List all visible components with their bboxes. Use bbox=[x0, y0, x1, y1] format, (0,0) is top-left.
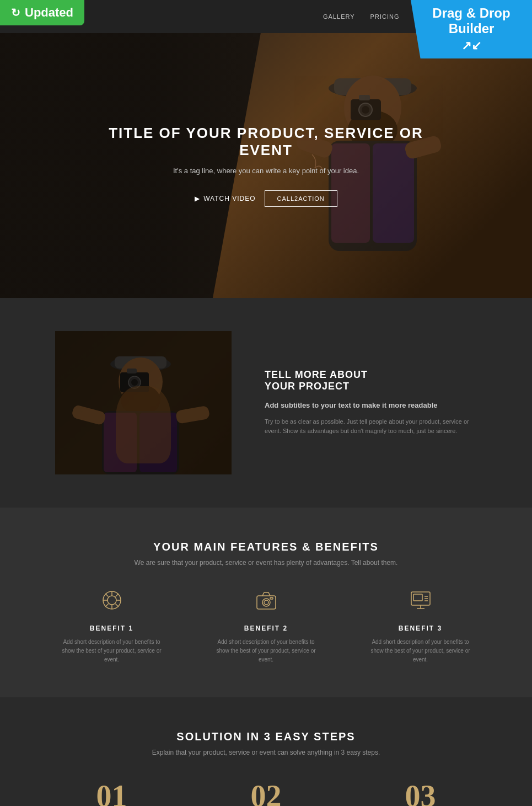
nav-pricing[interactable]: PRICING bbox=[370, 13, 400, 20]
svg-rect-13 bbox=[55, 331, 232, 474]
step-3-number: 03 bbox=[360, 778, 481, 806]
svg-point-39 bbox=[264, 600, 268, 605]
svg-point-11 bbox=[362, 106, 369, 114]
updated-badge: ↻ Updated bbox=[0, 0, 84, 25]
features-subtext: We are sure that your product, service o… bbox=[33, 559, 499, 567]
svg-line-35 bbox=[115, 594, 119, 597]
play-icon: ▶ bbox=[195, 195, 200, 202]
benefit-item-2: BENEFIT 2 Add short description of your … bbox=[211, 589, 321, 664]
about-heading: TELL MORE ABOUTYOUR PROJECT bbox=[265, 369, 477, 392]
dnd-label: Drag & DropBuilder bbox=[432, 6, 510, 36]
step-item-2: 02 STEP 2 Add short description of the S… bbox=[206, 778, 327, 806]
about-text: TELL MORE ABOUTYOUR PROJECT Add subtitle… bbox=[265, 369, 477, 436]
svg-rect-20 bbox=[139, 413, 177, 472]
benefit-2-desc: Add short description of your benefits t… bbox=[211, 638, 321, 664]
shutter-icon bbox=[57, 589, 167, 617]
step-1-number: 01 bbox=[51, 778, 173, 806]
about-section: TELL MORE ABOUTYOUR PROJECT Add subtitle… bbox=[0, 298, 532, 508]
benefit-3-desc: Add short description of your benefits t… bbox=[366, 638, 476, 664]
svg-rect-40 bbox=[270, 597, 273, 599]
svg-point-28 bbox=[108, 596, 116, 605]
step-item-3: 03 STEP 3 Add short description of the S… bbox=[360, 778, 481, 806]
nav-gallery[interactable]: GALLERY bbox=[323, 13, 355, 20]
benefit-1-title: BENEFIT 1 bbox=[57, 624, 167, 632]
hero-content: TITLE OF YOUR PRODUCT, SERVICE OR EVENT … bbox=[101, 125, 432, 207]
about-image bbox=[55, 331, 232, 474]
move-icon: ↗↙ bbox=[422, 39, 521, 53]
features-section: YOUR MAIN FEATURES & BENEFITS We are sur… bbox=[0, 508, 532, 697]
display-icon bbox=[366, 589, 476, 617]
steps-heading: SOLUTION IN 3 EASY STEPS bbox=[33, 730, 499, 743]
svg-point-25 bbox=[131, 379, 138, 386]
steps-subtext: Explain that your product, service or ev… bbox=[33, 749, 499, 756]
svg-line-33 bbox=[105, 594, 109, 597]
about-body: Try to be as clear as possible. Just tel… bbox=[265, 417, 477, 436]
steps-grid: 01 STEP 1 Add short description of the S… bbox=[33, 778, 499, 806]
dnd-badge: Drag & DropBuilder ↗↙ bbox=[411, 0, 532, 58]
svg-rect-19 bbox=[104, 413, 137, 472]
svg-line-36 bbox=[105, 604, 109, 607]
about-subtitle: Add subtitles to your text to make it mo… bbox=[265, 400, 477, 412]
svg-rect-12 bbox=[359, 95, 370, 100]
benefit-3-title: BENEFIT 3 bbox=[366, 624, 476, 632]
svg-rect-44 bbox=[413, 594, 422, 601]
hero-tagline: It's a tag line, where you can write a k… bbox=[101, 167, 432, 175]
svg-point-38 bbox=[262, 599, 270, 606]
cta-button[interactable]: CALL2ACTION bbox=[265, 190, 337, 207]
svg-line-34 bbox=[115, 604, 119, 607]
updated-label: Updated bbox=[25, 6, 73, 20]
benefits-grid: BENEFIT 1 Add short description of your … bbox=[33, 589, 499, 664]
svg-rect-26 bbox=[127, 369, 137, 373]
benefit-item-1: BENEFIT 1 Add short description of your … bbox=[57, 589, 167, 664]
hero-title: TITLE OF YOUR PRODUCT, SERVICE OR EVENT bbox=[101, 125, 432, 159]
benefit-1-desc: Add short description of your benefits t… bbox=[57, 638, 167, 664]
camera-icon bbox=[211, 589, 321, 617]
step-item-1: 01 STEP 1 Add short description of the S… bbox=[51, 778, 173, 806]
step-2-number: 02 bbox=[206, 778, 327, 806]
watch-video-button[interactable]: ▶ WATCH VIDEO bbox=[195, 190, 255, 207]
hero-buttons: ▶ WATCH VIDEO CALL2ACTION bbox=[101, 190, 432, 207]
features-heading: YOUR MAIN FEATURES & BENEFITS bbox=[33, 541, 499, 553]
benefit-item-3: BENEFIT 3 Add short description of your … bbox=[366, 589, 476, 664]
benefit-2-title: BENEFIT 2 bbox=[211, 624, 321, 632]
refresh-icon: ↻ bbox=[11, 6, 20, 19]
steps-section: SOLUTION IN 3 EASY STEPS Explain that yo… bbox=[0, 697, 532, 806]
hero-section: TITLE OF YOUR PRODUCT, SERVICE OR EVENT … bbox=[0, 33, 532, 298]
watch-video-label: WATCH VIDEO bbox=[203, 195, 255, 202]
